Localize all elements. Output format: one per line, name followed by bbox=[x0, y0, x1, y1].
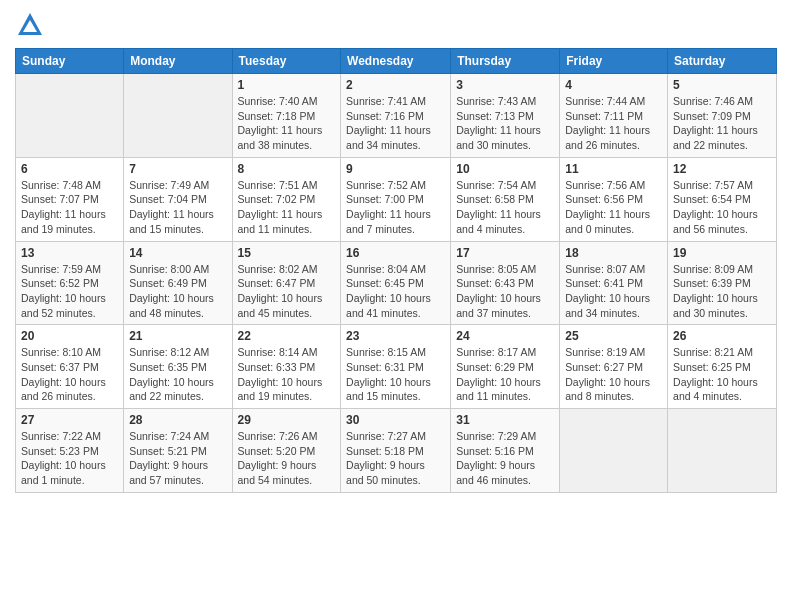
calendar-cell: 26Sunrise: 8:21 AMSunset: 6:25 PMDayligh… bbox=[668, 325, 777, 409]
day-number: 8 bbox=[238, 162, 336, 176]
calendar-header-friday: Friday bbox=[560, 49, 668, 74]
calendar-cell: 12Sunrise: 7:57 AMSunset: 6:54 PMDayligh… bbox=[668, 157, 777, 241]
calendar-cell: 21Sunrise: 8:12 AMSunset: 6:35 PMDayligh… bbox=[124, 325, 232, 409]
calendar-cell bbox=[16, 74, 124, 158]
calendar-cell: 2Sunrise: 7:41 AMSunset: 7:16 PMDaylight… bbox=[341, 74, 451, 158]
day-number: 2 bbox=[346, 78, 445, 92]
day-number: 9 bbox=[346, 162, 445, 176]
calendar-cell: 24Sunrise: 8:17 AMSunset: 6:29 PMDayligh… bbox=[451, 325, 560, 409]
calendar-cell: 22Sunrise: 8:14 AMSunset: 6:33 PMDayligh… bbox=[232, 325, 341, 409]
day-number: 13 bbox=[21, 246, 118, 260]
day-info: Sunrise: 8:10 AMSunset: 6:37 PMDaylight:… bbox=[21, 345, 118, 404]
calendar-week-2: 13Sunrise: 7:59 AMSunset: 6:52 PMDayligh… bbox=[16, 241, 777, 325]
day-number: 25 bbox=[565, 329, 662, 343]
day-number: 15 bbox=[238, 246, 336, 260]
calendar-cell bbox=[668, 409, 777, 493]
calendar-header-tuesday: Tuesday bbox=[232, 49, 341, 74]
logo-icon bbox=[15, 10, 45, 40]
calendar-table: SundayMondayTuesdayWednesdayThursdayFrid… bbox=[15, 48, 777, 493]
day-number: 30 bbox=[346, 413, 445, 427]
calendar-cell: 27Sunrise: 7:22 AMSunset: 5:23 PMDayligh… bbox=[16, 409, 124, 493]
day-info: Sunrise: 8:17 AMSunset: 6:29 PMDaylight:… bbox=[456, 345, 554, 404]
day-info: Sunrise: 8:02 AMSunset: 6:47 PMDaylight:… bbox=[238, 262, 336, 321]
day-number: 17 bbox=[456, 246, 554, 260]
calendar-header-thursday: Thursday bbox=[451, 49, 560, 74]
calendar-cell: 10Sunrise: 7:54 AMSunset: 6:58 PMDayligh… bbox=[451, 157, 560, 241]
calendar-cell bbox=[124, 74, 232, 158]
day-number: 28 bbox=[129, 413, 226, 427]
day-number: 18 bbox=[565, 246, 662, 260]
calendar-cell: 8Sunrise: 7:51 AMSunset: 7:02 PMDaylight… bbox=[232, 157, 341, 241]
calendar-cell: 14Sunrise: 8:00 AMSunset: 6:49 PMDayligh… bbox=[124, 241, 232, 325]
day-number: 5 bbox=[673, 78, 771, 92]
day-info: Sunrise: 7:54 AMSunset: 6:58 PMDaylight:… bbox=[456, 178, 554, 237]
logo bbox=[15, 10, 49, 40]
day-info: Sunrise: 8:12 AMSunset: 6:35 PMDaylight:… bbox=[129, 345, 226, 404]
day-number: 29 bbox=[238, 413, 336, 427]
calendar-week-3: 20Sunrise: 8:10 AMSunset: 6:37 PMDayligh… bbox=[16, 325, 777, 409]
day-info: Sunrise: 8:07 AMSunset: 6:41 PMDaylight:… bbox=[565, 262, 662, 321]
day-info: Sunrise: 7:48 AMSunset: 7:07 PMDaylight:… bbox=[21, 178, 118, 237]
day-info: Sunrise: 7:51 AMSunset: 7:02 PMDaylight:… bbox=[238, 178, 336, 237]
day-info: Sunrise: 7:49 AMSunset: 7:04 PMDaylight:… bbox=[129, 178, 226, 237]
calendar-cell: 28Sunrise: 7:24 AMSunset: 5:21 PMDayligh… bbox=[124, 409, 232, 493]
calendar-cell: 18Sunrise: 8:07 AMSunset: 6:41 PMDayligh… bbox=[560, 241, 668, 325]
calendar-cell: 1Sunrise: 7:40 AMSunset: 7:18 PMDaylight… bbox=[232, 74, 341, 158]
day-info: Sunrise: 8:19 AMSunset: 6:27 PMDaylight:… bbox=[565, 345, 662, 404]
day-info: Sunrise: 7:40 AMSunset: 7:18 PMDaylight:… bbox=[238, 94, 336, 153]
day-number: 12 bbox=[673, 162, 771, 176]
day-number: 11 bbox=[565, 162, 662, 176]
calendar-cell: 17Sunrise: 8:05 AMSunset: 6:43 PMDayligh… bbox=[451, 241, 560, 325]
calendar-week-4: 27Sunrise: 7:22 AMSunset: 5:23 PMDayligh… bbox=[16, 409, 777, 493]
day-info: Sunrise: 8:05 AMSunset: 6:43 PMDaylight:… bbox=[456, 262, 554, 321]
day-info: Sunrise: 7:46 AMSunset: 7:09 PMDaylight:… bbox=[673, 94, 771, 153]
day-number: 22 bbox=[238, 329, 336, 343]
day-info: Sunrise: 7:27 AMSunset: 5:18 PMDaylight:… bbox=[346, 429, 445, 488]
day-number: 6 bbox=[21, 162, 118, 176]
day-info: Sunrise: 7:29 AMSunset: 5:16 PMDaylight:… bbox=[456, 429, 554, 488]
calendar-cell: 11Sunrise: 7:56 AMSunset: 6:56 PMDayligh… bbox=[560, 157, 668, 241]
day-number: 20 bbox=[21, 329, 118, 343]
calendar-header-row: SundayMondayTuesdayWednesdayThursdayFrid… bbox=[16, 49, 777, 74]
calendar-cell: 15Sunrise: 8:02 AMSunset: 6:47 PMDayligh… bbox=[232, 241, 341, 325]
calendar-cell: 5Sunrise: 7:46 AMSunset: 7:09 PMDaylight… bbox=[668, 74, 777, 158]
day-number: 23 bbox=[346, 329, 445, 343]
day-info: Sunrise: 7:26 AMSunset: 5:20 PMDaylight:… bbox=[238, 429, 336, 488]
day-info: Sunrise: 7:22 AMSunset: 5:23 PMDaylight:… bbox=[21, 429, 118, 488]
calendar-cell: 29Sunrise: 7:26 AMSunset: 5:20 PMDayligh… bbox=[232, 409, 341, 493]
day-number: 26 bbox=[673, 329, 771, 343]
calendar-week-1: 6Sunrise: 7:48 AMSunset: 7:07 PMDaylight… bbox=[16, 157, 777, 241]
header bbox=[15, 10, 777, 40]
day-info: Sunrise: 7:44 AMSunset: 7:11 PMDaylight:… bbox=[565, 94, 662, 153]
day-number: 31 bbox=[456, 413, 554, 427]
calendar-header-saturday: Saturday bbox=[668, 49, 777, 74]
calendar-cell: 23Sunrise: 8:15 AMSunset: 6:31 PMDayligh… bbox=[341, 325, 451, 409]
day-number: 19 bbox=[673, 246, 771, 260]
day-info: Sunrise: 7:57 AMSunset: 6:54 PMDaylight:… bbox=[673, 178, 771, 237]
day-number: 7 bbox=[129, 162, 226, 176]
page: SundayMondayTuesdayWednesdayThursdayFrid… bbox=[0, 0, 792, 612]
day-info: Sunrise: 8:21 AMSunset: 6:25 PMDaylight:… bbox=[673, 345, 771, 404]
day-info: Sunrise: 7:52 AMSunset: 7:00 PMDaylight:… bbox=[346, 178, 445, 237]
day-number: 24 bbox=[456, 329, 554, 343]
calendar-cell: 30Sunrise: 7:27 AMSunset: 5:18 PMDayligh… bbox=[341, 409, 451, 493]
day-number: 4 bbox=[565, 78, 662, 92]
calendar-cell: 16Sunrise: 8:04 AMSunset: 6:45 PMDayligh… bbox=[341, 241, 451, 325]
day-number: 3 bbox=[456, 78, 554, 92]
calendar-cell: 25Sunrise: 8:19 AMSunset: 6:27 PMDayligh… bbox=[560, 325, 668, 409]
day-info: Sunrise: 7:41 AMSunset: 7:16 PMDaylight:… bbox=[346, 94, 445, 153]
day-number: 14 bbox=[129, 246, 226, 260]
calendar-cell: 4Sunrise: 7:44 AMSunset: 7:11 PMDaylight… bbox=[560, 74, 668, 158]
calendar-cell: 6Sunrise: 7:48 AMSunset: 7:07 PMDaylight… bbox=[16, 157, 124, 241]
day-info: Sunrise: 7:43 AMSunset: 7:13 PMDaylight:… bbox=[456, 94, 554, 153]
calendar-header-sunday: Sunday bbox=[16, 49, 124, 74]
calendar-cell: 31Sunrise: 7:29 AMSunset: 5:16 PMDayligh… bbox=[451, 409, 560, 493]
day-info: Sunrise: 8:04 AMSunset: 6:45 PMDaylight:… bbox=[346, 262, 445, 321]
day-info: Sunrise: 8:09 AMSunset: 6:39 PMDaylight:… bbox=[673, 262, 771, 321]
calendar-cell bbox=[560, 409, 668, 493]
calendar-cell: 19Sunrise: 8:09 AMSunset: 6:39 PMDayligh… bbox=[668, 241, 777, 325]
calendar-cell: 20Sunrise: 8:10 AMSunset: 6:37 PMDayligh… bbox=[16, 325, 124, 409]
day-info: Sunrise: 8:14 AMSunset: 6:33 PMDaylight:… bbox=[238, 345, 336, 404]
calendar-header-monday: Monday bbox=[124, 49, 232, 74]
calendar-header-wednesday: Wednesday bbox=[341, 49, 451, 74]
